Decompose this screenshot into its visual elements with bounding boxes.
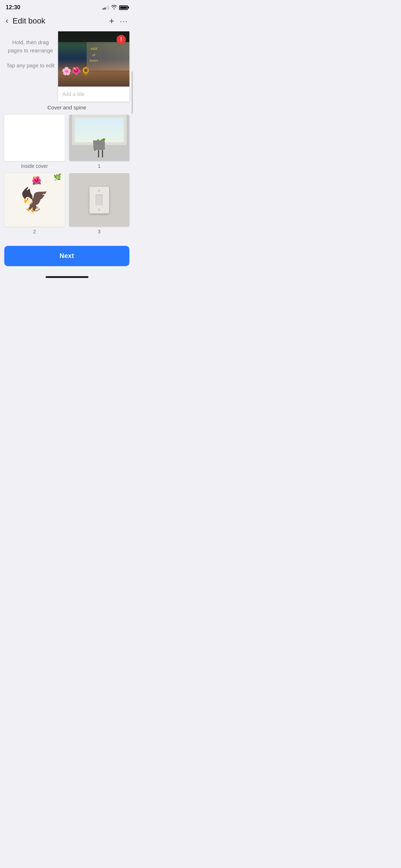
cover-title-placeholder: Add a title — [62, 91, 84, 97]
cover-image-wrap: 🌸🌺🌻 wildatheart ! — [58, 31, 129, 87]
cover-title-area[interactable]: Add a title — [58, 87, 129, 102]
cover-hints: Hold, then drag pages to rearrange Tap a… — [4, 31, 58, 70]
next-button-wrap: Next — [0, 243, 134, 273]
page-grid-row1: Inside cover 🌿 1 — [4, 115, 129, 169]
signal-icon — [103, 5, 109, 10]
page-3-label: 3 — [98, 229, 101, 234]
wifi-icon — [111, 5, 117, 10]
scrollbar — [132, 71, 133, 114]
cover-card[interactable]: 🌸🌺🌻 wildatheart ! Add a title — [58, 31, 129, 102]
inside-cover-card[interactable] — [4, 115, 65, 161]
tap-hint: Tap any page to edit — [6, 62, 55, 70]
home-bar — [46, 276, 88, 278]
battery-icon — [119, 5, 128, 10]
cover-spine-label: Cover and spine — [4, 104, 129, 110]
page-3-card[interactable] — [69, 173, 130, 227]
page-item-3: 3 — [69, 173, 130, 234]
home-indicator — [0, 273, 134, 279]
header: ‹ Edit book + ··· — [0, 12, 134, 31]
back-button[interactable]: ‹ — [6, 15, 11, 27]
page-item-1: 🌿 1 — [69, 115, 130, 169]
add-button[interactable]: + — [109, 16, 114, 26]
page-2-card[interactable]: 🦅 🌺 🌿 — [4, 173, 65, 227]
main-content: Hold, then drag pages to rearrange Tap a… — [0, 31, 134, 243]
cover-section: Hold, then drag pages to rearrange Tap a… — [4, 31, 129, 102]
more-button[interactable]: ··· — [120, 17, 128, 25]
status-icons — [103, 5, 128, 10]
next-button[interactable]: Next — [4, 246, 129, 266]
status-time: 12:30 — [6, 4, 20, 11]
page-grid-row2: 🦅 🌺 🌿 2 — [4, 173, 129, 234]
page-item-inside-cover: Inside cover — [4, 115, 65, 169]
drag-hint: Hold, then drag pages to rearrange — [6, 38, 55, 55]
error-badge: ! — [117, 35, 126, 44]
page-item-2: 🦅 🌺 🌿 2 — [4, 173, 65, 234]
status-bar: 12:30 — [0, 0, 134, 12]
inside-cover-label: Inside cover — [21, 163, 48, 169]
page-1-label: 1 — [98, 163, 101, 169]
page-1-card[interactable]: 🌿 — [69, 115, 130, 161]
page-2-label: 2 — [33, 229, 36, 234]
page-title: Edit book — [12, 16, 109, 26]
header-actions: + ··· — [109, 16, 128, 26]
